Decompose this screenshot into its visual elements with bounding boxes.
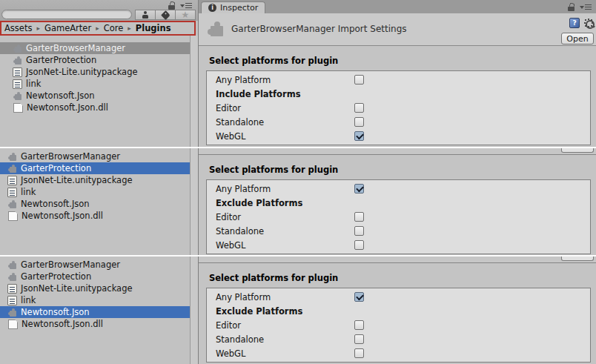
file-name: JsonNet-Lite.unitypackage xyxy=(26,67,138,77)
search-input[interactable] xyxy=(1,10,132,19)
file-name: Newtonsoft.Json xyxy=(21,307,90,317)
list-item[interactable]: GarterProtection xyxy=(0,162,190,174)
package-icon xyxy=(7,296,17,305)
platform-label: Standalone xyxy=(216,226,264,236)
platform-row: Editor xyxy=(207,318,590,332)
breadcrumb-core[interactable]: Core xyxy=(104,23,124,33)
file-name: Newtonsoft.Json.dll xyxy=(27,102,108,113)
list-item[interactable]: link xyxy=(0,78,190,90)
snapshot-section-3: GarterBrowserManager GarterProtection Js… xyxy=(0,257,596,364)
list-item[interactable]: JsonNet-Lite.unitypackage xyxy=(0,282,190,294)
gear-icon[interactable] xyxy=(584,19,593,27)
checkbox[interactable] xyxy=(354,103,364,113)
open-button-partial[interactable] xyxy=(561,257,594,261)
list-item[interactable]: JsonNet-Lite.unitypackage xyxy=(0,174,190,186)
breadcrumb-plugins[interactable]: Plugins xyxy=(136,23,171,33)
checkbox[interactable] xyxy=(354,240,364,250)
platform-label: Any Platform xyxy=(216,292,271,302)
file-name: Newtonsoft.Json xyxy=(26,90,95,101)
favorites-star-icon xyxy=(182,10,190,20)
file-list: GarterBrowserManager GarterProtection Js… xyxy=(0,36,190,147)
breadcrumb: Assets ▸ GameArter ▸ Core ▸ Plugins xyxy=(0,21,196,36)
list-item[interactable]: link xyxy=(0,294,190,306)
package-icon xyxy=(13,67,22,77)
list-item[interactable]: JsonNet-Lite.unitypackage xyxy=(0,66,190,78)
platform-label: Exclude Platforms xyxy=(216,306,302,317)
file-name: Newtonsoft.Json.dll xyxy=(21,211,103,221)
scrollbar-track[interactable] xyxy=(190,257,198,364)
file-name: GarterProtection xyxy=(21,163,91,173)
checkbox[interactable] xyxy=(354,212,364,222)
breadcrumb-assets[interactable]: Assets xyxy=(4,23,32,33)
favorites-button[interactable] xyxy=(175,10,196,20)
list-item[interactable]: GarterBrowserManager xyxy=(0,259,190,271)
plugin-icon xyxy=(7,199,17,209)
checkbox[interactable] xyxy=(354,184,364,193)
lock-icon[interactable] xyxy=(168,1,175,10)
list-item[interactable]: GarterProtection xyxy=(0,271,190,282)
snapshot-section-1: Assets ▸ GameArter ▸ Core ▸ Plugins Gart… xyxy=(0,0,596,147)
checkbox[interactable] xyxy=(354,320,364,330)
platform-row: Any Platform xyxy=(207,73,590,87)
list-item[interactable]: Newtonsoft.Json xyxy=(0,198,190,210)
platform-row: WebGL xyxy=(207,238,590,252)
inspector-body: Select platforms for plugin Any Platform… xyxy=(199,155,596,255)
breadcrumb-gamearter[interactable]: GameArter xyxy=(44,23,91,33)
list-item[interactable]: Newtonsoft.Json.dll xyxy=(0,210,190,222)
open-button-partial[interactable] xyxy=(561,148,594,153)
list-item[interactable]: GarterBrowserManager xyxy=(0,150,190,162)
panel-controls xyxy=(568,3,592,11)
panel-controls xyxy=(168,1,192,10)
search-by-label-button[interactable] xyxy=(155,10,176,20)
package-icon xyxy=(7,284,17,294)
plugin-icon xyxy=(13,44,22,53)
file-name: link xyxy=(26,79,41,89)
platform-row: Editor xyxy=(207,210,590,224)
list-item[interactable]: link xyxy=(0,186,190,198)
platform-label: Exclude Platforms xyxy=(216,198,302,208)
open-button[interactable]: Open xyxy=(561,33,594,44)
scrollbar-track[interactable] xyxy=(190,148,198,255)
plugin-icon xyxy=(13,56,22,65)
file-name: Newtonsoft.Json xyxy=(21,199,90,209)
checkbox[interactable] xyxy=(354,131,364,141)
inspector-header-clipped xyxy=(199,148,596,155)
list-item[interactable]: Newtonsoft.Json.dll xyxy=(0,318,190,330)
list-item[interactable]: Newtonsoft.Json xyxy=(0,90,190,102)
panel-menu-icon[interactable] xyxy=(580,4,592,10)
platform-box: Any Platform Include Platforms Editor St… xyxy=(206,70,591,145)
file-name: JsonNet-Lite.unitypackage xyxy=(21,283,133,294)
list-item[interactable]: GarterProtection xyxy=(0,54,190,66)
import-settings-title: GarterBrowserManager Import Settings xyxy=(231,24,407,34)
help-book-icon[interactable]: ? xyxy=(569,18,580,28)
lock-icon[interactable] xyxy=(568,3,575,11)
section-heading: Select platforms for plugin xyxy=(209,165,596,175)
package-icon xyxy=(7,176,17,185)
platform-row: WebGL xyxy=(207,129,590,143)
checkbox[interactable] xyxy=(354,334,364,344)
inspector-body: Select platforms for plugin Any Platform… xyxy=(199,46,596,147)
scrollbar-track[interactable] xyxy=(190,36,198,147)
inspector-panel: Select platforms for plugin Any Platform… xyxy=(199,148,596,255)
list-item[interactable]: Newtonsoft.Json.dll xyxy=(0,102,190,113)
search-by-type-button[interactable] xyxy=(135,10,156,20)
plugin-icon xyxy=(7,308,17,317)
plugin-icon xyxy=(13,91,22,101)
file-name: GarterBrowserManager xyxy=(21,259,120,270)
checkbox[interactable] xyxy=(354,226,364,236)
checkbox[interactable] xyxy=(354,117,364,127)
plugin-icon xyxy=(7,164,17,173)
checkbox[interactable] xyxy=(354,348,364,358)
tab-inspector[interactable]: i Inspector xyxy=(201,1,265,13)
project-panel: GarterBrowserManager GarterProtection Js… xyxy=(0,148,199,255)
platform-label: Standalone xyxy=(216,334,264,345)
list-item[interactable]: GarterBrowserManager xyxy=(0,42,190,54)
list-item[interactable]: Newtonsoft.Json xyxy=(0,306,190,318)
platform-label: WebGL xyxy=(216,348,245,359)
checkbox[interactable] xyxy=(354,75,364,85)
panel-menu-icon[interactable] xyxy=(180,2,192,9)
checkbox[interactable] xyxy=(354,292,364,302)
platform-box: Any Platform Exclude Platforms Editor St… xyxy=(206,288,591,363)
plugin-icon xyxy=(205,19,225,39)
platform-label: WebGL xyxy=(216,131,245,142)
